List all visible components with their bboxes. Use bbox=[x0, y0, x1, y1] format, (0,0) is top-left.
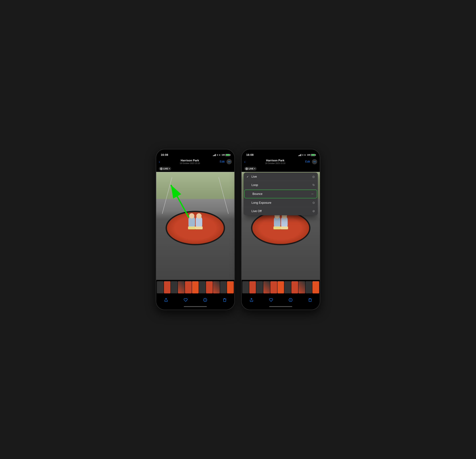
heart-button-left[interactable] bbox=[182, 296, 189, 304]
thumb-1-left[interactable] bbox=[157, 281, 164, 293]
live-circle-icon-right bbox=[246, 168, 248, 170]
more-icon-left: ••• bbox=[228, 160, 230, 163]
status-time-right: 16:08 bbox=[246, 153, 254, 157]
menu-item-bounce[interactable]: ✓ Bounce ↔ bbox=[244, 190, 317, 198]
thumb-8-left[interactable] bbox=[206, 281, 213, 293]
thumb-5-left[interactable] bbox=[185, 281, 192, 293]
thumb-3-left[interactable] bbox=[171, 281, 178, 293]
thumb-4-left[interactable] bbox=[178, 281, 185, 293]
phone-right: 16:08 ▾ ≋ 100 bbox=[241, 149, 320, 310]
menu-label-live: Live bbox=[251, 175, 257, 178]
menu-item-bounce-inner: ✓ Bounce ↔ bbox=[245, 190, 317, 198]
menu-item-live-off[interactable]: ✓ Live Off ⊘ bbox=[244, 207, 318, 215]
info-button-left[interactable] bbox=[202, 296, 209, 304]
children-figures-left bbox=[172, 211, 219, 233]
share-button-left[interactable] bbox=[162, 296, 170, 304]
menu-item-loop[interactable]: ✓ Loop ↻ bbox=[244, 181, 318, 189]
wifi-icon-left: ▾ ≋ bbox=[217, 154, 221, 156]
live-button-left[interactable]: LIVE ▾ bbox=[159, 167, 171, 171]
thumb-1-right[interactable] bbox=[242, 281, 249, 293]
thumb-6-right[interactable] bbox=[277, 281, 284, 293]
edit-button-right[interactable]: Edit bbox=[305, 160, 310, 163]
thumb-2-left[interactable] bbox=[164, 281, 171, 293]
live-circle-icon-left bbox=[160, 168, 162, 170]
thumb-9-right[interactable] bbox=[298, 281, 305, 293]
thumb-10-right[interactable] bbox=[306, 281, 312, 293]
heart-button-right[interactable] bbox=[267, 296, 275, 304]
loop-icon-menu: ↻ bbox=[312, 183, 315, 187]
header-center-left: Harrison Park 18 October 2023 15:10 bbox=[160, 159, 220, 165]
header-right: ‹ Harrison Park 18 October 2023 15:10 Ed… bbox=[242, 158, 320, 166]
sky-bg-left bbox=[156, 172, 234, 199]
status-bar-right: 16:08 ▾ ≋ 100 bbox=[242, 149, 320, 158]
battery-left: 100 bbox=[221, 154, 230, 156]
header-left: ‹ Harrison Park 18 October 2023 15:10 Ed… bbox=[156, 158, 234, 166]
info-button-right[interactable] bbox=[287, 296, 294, 304]
thumb-7-left[interactable] bbox=[199, 281, 206, 293]
menu-label-long-exposure: Long Exposure bbox=[251, 201, 271, 205]
phone-left: 16:08 ▾ ≋ 100 bbox=[156, 149, 235, 310]
thumb-8-right[interactable] bbox=[291, 281, 298, 293]
more-button-right[interactable]: ••• bbox=[312, 159, 317, 164]
home-indicator-right bbox=[242, 305, 320, 310]
header-center-right: Harrison Park 18 October 2023 15:10 bbox=[245, 159, 305, 165]
battery-icon-left bbox=[225, 154, 230, 156]
thumb-4-right[interactable] bbox=[263, 281, 270, 293]
home-bar-left bbox=[184, 306, 207, 307]
thumb-3-right[interactable] bbox=[256, 281, 263, 293]
chevron-down-icon-left: ▾ bbox=[169, 168, 170, 170]
back-button-right[interactable]: ‹ bbox=[244, 160, 245, 164]
thumb-10-left[interactable] bbox=[220, 281, 227, 293]
thumbnail-strip-left bbox=[156, 280, 234, 295]
header-subtitle-left: 18 October 2023 15:10 bbox=[160, 162, 220, 165]
menu-item-live-left: ✓ Live bbox=[246, 175, 257, 178]
live-label-left: LIVE bbox=[163, 167, 168, 170]
back-button-left[interactable]: ‹ bbox=[159, 160, 160, 164]
thumb-7-right[interactable] bbox=[284, 281, 291, 293]
trash-button-left[interactable] bbox=[221, 296, 228, 304]
live-icon-menu: ◎ bbox=[312, 175, 315, 178]
live-button-right[interactable]: LIVE ▾ bbox=[244, 167, 256, 171]
thumb-6-left[interactable] bbox=[192, 281, 199, 293]
chevron-down-icon-right: ▾ bbox=[254, 168, 255, 170]
share-button-right[interactable] bbox=[248, 296, 255, 304]
more-icon-right: ••• bbox=[313, 160, 316, 163]
menu-item-loop-left: ✓ Loop bbox=[246, 183, 258, 187]
menu-label-loop: Loop bbox=[251, 183, 258, 187]
thumb-9-left[interactable] bbox=[213, 281, 220, 293]
child1-left bbox=[188, 216, 195, 227]
status-icons-left: ▾ ≋ 100 bbox=[213, 154, 230, 156]
header-actions-left: Edit ••• bbox=[220, 159, 232, 164]
menu-item-long-exposure[interactable]: ✓ Long Exposure ⊙ bbox=[244, 199, 318, 207]
thumb-11-right[interactable] bbox=[312, 281, 319, 293]
live-off-icon-menu: ⊘ bbox=[312, 209, 315, 213]
photo-area-left bbox=[156, 172, 234, 280]
edit-button-left[interactable]: Edit bbox=[220, 160, 225, 163]
battery-right: 100 bbox=[307, 154, 315, 156]
live-bar-left: LIVE ▾ bbox=[156, 166, 234, 172]
menu-label-live-off: Live Off bbox=[251, 209, 262, 213]
status-icons-right: ▾ ≋ 100 bbox=[298, 154, 315, 156]
child2-left bbox=[196, 216, 202, 227]
trash-button-right[interactable] bbox=[306, 296, 314, 304]
header-subtitle-right: 18 October 2023 15:10 bbox=[245, 162, 305, 165]
long-exposure-icon-menu: ⊙ bbox=[312, 201, 315, 205]
live-bar-right: LIVE ▾ bbox=[242, 166, 320, 172]
thumb-11-left[interactable] bbox=[227, 281, 234, 293]
header-actions-right: Edit ••• bbox=[305, 159, 317, 164]
thumb-5-right[interactable] bbox=[270, 281, 277, 293]
battery-icon-right bbox=[311, 154, 315, 156]
wifi-icon-right: ▾ ≋ bbox=[302, 154, 306, 156]
menu-item-live-off-left: ✓ Live Off bbox=[246, 209, 262, 213]
menu-item-live[interactable]: ✓ Live ◎ bbox=[244, 173, 318, 181]
status-time-left: 16:08 bbox=[161, 153, 168, 157]
more-button-left[interactable]: ••• bbox=[227, 159, 232, 164]
live-label-right: LIVE bbox=[249, 167, 254, 170]
header-title-left: Harrison Park bbox=[160, 159, 220, 162]
signal-icon-right bbox=[298, 154, 301, 156]
status-bar-left: 16:08 ▾ ≋ 100 bbox=[156, 149, 234, 158]
photo-left bbox=[156, 172, 234, 280]
thumb-2-right[interactable] bbox=[249, 281, 256, 293]
menu-item-bounce-left: ✓ Bounce bbox=[247, 192, 263, 196]
home-indicator-left bbox=[156, 305, 234, 310]
